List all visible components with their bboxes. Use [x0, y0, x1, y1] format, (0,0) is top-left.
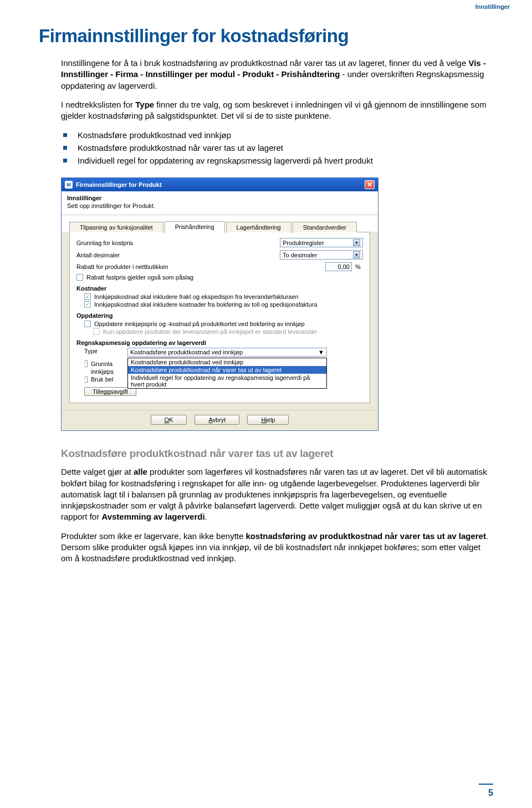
tab-standardverdier[interactable]: Standardverdier	[293, 222, 357, 232]
checkbox-icon	[93, 328, 100, 335]
checkbox-label: Grunnla	[91, 360, 112, 367]
checkbox-icon	[84, 293, 91, 300]
dialog-description-area: Innstillinger Sett opp innstillinger for…	[62, 191, 378, 215]
button-bar: OK Avbryt Hjelp	[62, 410, 378, 430]
unit-percent: %	[355, 263, 363, 270]
ok-button[interactable]: OK	[151, 415, 187, 425]
chevron-down-icon: ▼	[353, 239, 360, 246]
cancel-button[interactable]: Avbryt	[195, 415, 239, 425]
paragraph-2: I nedtrekkslisten for Type finner du tre…	[61, 99, 493, 122]
select-type[interactable]: Kostnadsføre produktkostnad ved innkjøp …	[127, 348, 327, 357]
help-button[interactable]: Hjelp	[247, 415, 289, 425]
bold-text: Type	[135, 100, 154, 109]
bullet-item: Kostnadsføre produktkostnad når varer ta…	[61, 142, 493, 154]
text: Produkter som ikke er lagervare, kan ikk…	[61, 531, 246, 541]
select-value: Produktregister	[283, 240, 324, 246]
paragraph-4: Produkter som ikke er lagervare, kan ikk…	[61, 531, 493, 565]
select-desimaler[interactable]: To desimaler ▼	[280, 250, 363, 260]
checkbox-kun-oppdatere: Kun oppdatere produkter der leverandøren…	[93, 328, 363, 335]
checkbox-oppdatere[interactable]: Oppdatere innkjøpspris og -kostnad på pr…	[84, 321, 363, 327]
checkbox-label: Bruk bel	[91, 376, 113, 383]
paragraph-1: Innstillingene for å ta i bruk kostnadsf…	[61, 58, 493, 92]
bullet-item: Individuell regel for oppdatering av reg…	[61, 155, 493, 166]
dropdown-option[interactable]: Kostnadsføre produktkostnad ved innkjøp	[128, 358, 326, 366]
text: Innstillingene for å ta i bruk kostnadsf…	[61, 58, 468, 68]
label-rabatt: Rabatt for produkter i nettbutikken	[76, 263, 322, 270]
page-number-underline	[479, 784, 493, 785]
input-rabatt[interactable]: 0,00	[325, 262, 352, 271]
tab-tilpasning[interactable]: Tilpasning av funksjonalitet	[69, 222, 163, 232]
checkbox-icon	[76, 274, 83, 281]
checkbox-label: Innkjøpskostnad skal inkludere frakt og …	[94, 293, 299, 300]
dropdown-option-selected[interactable]: Kostnadsføre produktkostnad når varer ta…	[128, 366, 326, 374]
section-oppdatering: Oppdatering	[76, 312, 363, 319]
label-type: Type	[84, 348, 124, 354]
tab-lagerhandtering[interactable]: Lagerhåndtering	[226, 222, 291, 232]
checkbox-label: Innkjøpskostnad skal inkludere kostnader…	[94, 301, 317, 308]
select-value: To desimaler	[283, 252, 317, 258]
section-subtitle: Sett opp innstillinger for Produkt.	[67, 202, 372, 209]
checkbox-rabatt-fastpris[interactable]: Rabatt fastpris gjelder også som påslag	[76, 274, 363, 281]
main-heading: Firmainnstillinger for kostnadsføring	[39, 26, 493, 47]
checkbox-frakt[interactable]: Innkjøpskostnad skal inkludere frakt og …	[84, 293, 363, 300]
bold-text: alle	[134, 467, 147, 476]
page-header-right: Innstillinger	[475, 3, 510, 10]
dialog-window: M Firmainnstillinger for Produkt ✕ Innst…	[61, 177, 378, 431]
paragraph-3: Dette valget gjør at alle produkter som …	[61, 466, 493, 522]
select-value: Kostnadsføre produktkostnad ved innkjøp	[130, 349, 243, 355]
window-title: Firmainnstillinger for Produkt	[76, 181, 162, 188]
checkbox-toll[interactable]: Innkjøpskostnad skal inkludere kostnader…	[84, 301, 363, 308]
titlebar: M Firmainnstillinger for Produkt ✕	[62, 178, 378, 191]
bullet-item: Kostnadsføre produktkostnad ved innkjøp	[61, 129, 493, 141]
chevron-down-icon: ▼	[353, 251, 360, 258]
chevron-down-icon: ▼	[318, 349, 324, 355]
tab-prishandtering[interactable]: Prishåndtering	[165, 221, 225, 232]
tab-panel: Grunnlag for kostpris Produktregister ▼ …	[69, 232, 370, 403]
app-icon: M	[65, 181, 73, 189]
page-number: 5	[488, 788, 493, 798]
checkbox-label: Kun oppdatere produkter der leverandøren…	[103, 328, 317, 335]
label-kostpris: Grunnlag for kostpris	[76, 240, 277, 246]
bullet-list: Kostnadsføre produktkostnad ved innkjøp …	[61, 129, 493, 166]
bold-text: kostnadsføring av produktkostnad når var…	[246, 531, 486, 541]
section-regnskap: Regnskapsmessig oppdatering av lagerverd…	[76, 339, 363, 346]
checkbox-icon	[84, 376, 88, 383]
section-title: Innstillinger	[67, 195, 372, 201]
text: .	[205, 512, 207, 521]
dropdown-option[interactable]: Individuell regel for oppdatering av reg…	[128, 374, 326, 388]
tab-strip: Tilpasning av funksjonalitet Prishåndter…	[62, 215, 378, 232]
sub-heading: Kostnadsføre produktkostnad når varer ta…	[61, 448, 493, 460]
select-kostpris[interactable]: Produktregister ▼	[280, 238, 363, 247]
section-kostnader: Kostnader	[76, 285, 363, 292]
checkbox-icon	[84, 321, 91, 327]
dropdown-listbox[interactable]: Kostnadsføre produktkostnad ved innkjøp …	[127, 358, 327, 389]
checkbox-icon	[84, 301, 91, 308]
text: Dette valget gjør at	[61, 467, 134, 476]
bold-text: Avstemming av lagerverdi	[101, 512, 204, 521]
label-desimaler: Antall desimaler	[76, 252, 277, 258]
checkbox-label: Rabatt fastpris gjelder også som påslag	[86, 274, 193, 281]
close-button[interactable]: ✕	[365, 180, 375, 189]
checkbox-label: Oppdatere innkjøpspris og -kostnad på pr…	[94, 321, 305, 327]
text: I nedtrekkslisten for	[61, 100, 135, 109]
checkbox-icon	[84, 360, 88, 367]
btn-label: K	[169, 416, 173, 423]
